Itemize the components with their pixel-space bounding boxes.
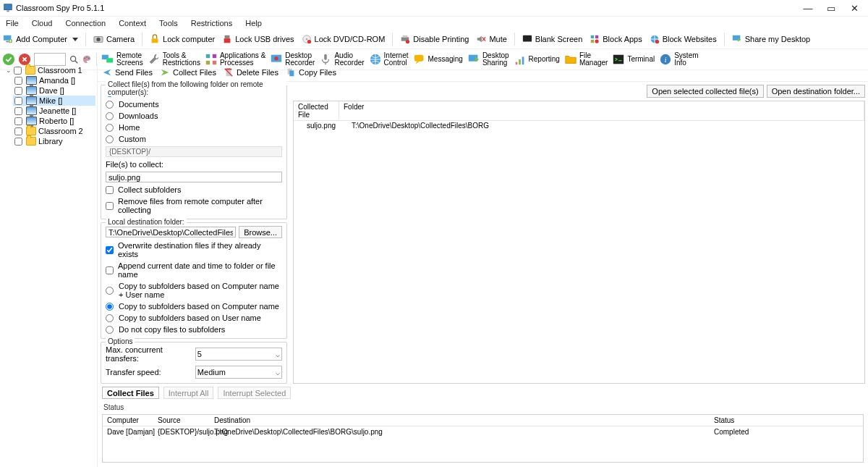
svg-point-26 (71, 56, 76, 62)
radio-home[interactable]: Home (106, 123, 282, 132)
blank-screen-button[interactable]: Blank Screen (522, 34, 582, 44)
status-row[interactable]: Dave [Damjan] {DESKTOP}/suljo.png T:\One… (103, 426, 863, 437)
lock-dvd-button[interactable]: Lock DVD/CD-ROM (302, 34, 386, 44)
menu-restrictions[interactable]: Restrictions (190, 18, 234, 28)
tree-user-amanda[interactable]: Amanda [] (13, 75, 95, 85)
radio-copy-comp[interactable]: Copy to subfolders based on Computer nam… (106, 302, 282, 311)
lock-usb-button[interactable]: Lock USB drives (222, 34, 294, 44)
col-destination[interactable]: Destination (210, 415, 547, 426)
col-collected-file[interactable]: Collected File (294, 101, 339, 120)
minimize-button[interactable]: — (801, 4, 814, 13)
check-label: Append current date and time to folder o… (118, 261, 282, 279)
transfer-speed-select[interactable]: Medium (195, 366, 282, 379)
menu-connection[interactable]: Connection (64, 18, 107, 28)
radio-copy-user[interactable]: Copy to subfolders based on User name (106, 314, 282, 322)
block-websites-button[interactable]: Block Websites (650, 34, 717, 44)
menu-help[interactable]: Help (244, 18, 263, 28)
tab-copy-files[interactable]: Copy Files (286, 67, 336, 77)
tree-check[interactable] (14, 67, 22, 75)
maximize-button[interactable]: ▭ (825, 4, 838, 13)
titlebar: Classroom Spy Pro 5.1.1 — ▭ ✕ (0, 0, 868, 17)
collect-files-button[interactable]: Collect Files (102, 387, 159, 399)
tree-classroom1[interactable]: ⌄Classroom 1 (4, 65, 95, 75)
browse-button[interactable]: Browse... (239, 226, 282, 238)
menu-context[interactable]: Context (117, 18, 148, 28)
share-desktop-button[interactable]: Share my Desktop (732, 34, 810, 44)
col-folder[interactable]: Folder (339, 101, 864, 120)
menu-file[interactable]: File (4, 18, 20, 28)
radio-label: Documents (119, 100, 159, 109)
computer-tree[interactable]: ⌄Classroom 1 Amanda [] Dave [] Mike [] J… (0, 64, 98, 467)
camera-button[interactable]: Camera (93, 34, 135, 44)
check-remove-after[interactable]: Remove files from remote computer after … (106, 197, 282, 214)
tree-user-mike[interactable]: Mike [] (13, 96, 95, 106)
search-icon[interactable] (69, 54, 79, 64)
svg-rect-16 (523, 35, 532, 42)
tree-check[interactable] (14, 77, 22, 85)
tree-user-roberto[interactable]: Roberto [] (13, 116, 95, 126)
radio-copy-none[interactable]: Do not copy files to subfolders (106, 325, 282, 334)
max-transfers-select[interactable]: 5 (195, 348, 282, 361)
svg-point-27 (85, 57, 86, 59)
block-apps-button[interactable]: Block Apps (590, 34, 642, 44)
palette-icon[interactable] (82, 54, 92, 64)
radio-label: Downloads (119, 112, 158, 120)
printer-block-icon (400, 34, 410, 44)
tree-check[interactable] (14, 138, 22, 146)
cell-folder: T:\OneDrive\Desktop\CollectedFiles\BORG (347, 121, 864, 130)
svg-rect-8 (225, 35, 230, 38)
interrupt-all-button[interactable]: Interrupt All (163, 387, 214, 399)
files-to-collect-input[interactable] (106, 172, 282, 182)
tree-classroom2[interactable]: Classroom 2 (4, 126, 95, 136)
open-destination-folder-button[interactable]: Open destination folder... (767, 85, 865, 98)
radio-downloads[interactable]: Downloads (106, 112, 282, 120)
tree-check[interactable] (14, 87, 22, 95)
status-table[interactable]: Computer Source Destination Status Dave … (102, 414, 864, 463)
mute-button[interactable]: Mute (476, 34, 506, 44)
status-label: Status (98, 402, 868, 413)
tree-check[interactable] (14, 117, 22, 125)
col-source[interactable]: Source (153, 415, 210, 426)
tab-collect-files[interactable]: Collect Files (160, 67, 216, 77)
col-status[interactable]: Status (710, 415, 863, 426)
tree-label: Roberto [] (39, 117, 74, 125)
lock-computer-button[interactable]: Lock computer (150, 34, 215, 44)
disable-printing-label: Disable Printing (413, 35, 469, 43)
check-append-date[interactable]: Append current date and time to folder o… (106, 261, 282, 279)
interrupt-selected-button[interactable]: Interrupt Selected (218, 387, 291, 399)
menu-cloud[interactable]: Cloud (30, 18, 54, 28)
tree-library[interactable]: Library (4, 136, 95, 146)
destination-path-input[interactable] (106, 227, 236, 237)
check-collect-subfolders[interactable]: Collect subfolders (106, 185, 282, 194)
radio-documents[interactable]: Documents (106, 100, 282, 109)
disable-printing-button[interactable]: Disable Printing (400, 34, 469, 44)
svg-point-6 (96, 38, 100, 41)
tree-check[interactable] (14, 97, 22, 105)
monitor-icon (26, 106, 37, 115)
svg-rect-9 (224, 38, 231, 43)
table-row[interactable]: suljo.png T:\OneDrive\Desktop\CollectedF… (294, 121, 864, 130)
tree-label: Mike [] (39, 96, 62, 105)
tree-user-jeanette[interactable]: Jeanette [] (13, 106, 95, 116)
radio-copy-comp-user[interactable]: Copy to subfolders based on Computer nam… (106, 282, 282, 299)
tree-check[interactable] (14, 107, 22, 115)
window-title: Classroom Spy Pro 5.1.1 (16, 4, 801, 12)
radio-label: Copy to subfolders based on Computer nam… (119, 282, 282, 299)
open-selected-button[interactable]: Open selected collected file(s) (647, 85, 763, 98)
camera-icon (93, 34, 103, 44)
col-computer[interactable]: Computer (103, 415, 153, 426)
tree-user-dave[interactable]: Dave [] (13, 85, 95, 96)
tree-check[interactable] (14, 127, 22, 135)
collected-files-table[interactable]: Collected File Folder suljo.png T:\OneDr… (293, 101, 865, 384)
add-computer-button[interactable]: Add Computer (3, 34, 78, 44)
group-label: Collect file(s) from the following folde… (106, 80, 286, 96)
radio-custom[interactable]: Custom (106, 135, 282, 143)
check-overwrite[interactable]: Overwrite destination files if they alre… (106, 241, 282, 258)
close-button[interactable]: ✕ (848, 4, 861, 13)
menu-tools[interactable]: Tools (158, 18, 179, 28)
reporting-label: Reporting (529, 56, 560, 63)
tab-send-files[interactable]: Send Files (102, 67, 153, 77)
source-path-preview: {DESKTOP}/ (106, 146, 282, 157)
tab-delete-files[interactable]: Delete Files (224, 67, 278, 77)
messaging-label: Messaging (428, 56, 463, 63)
